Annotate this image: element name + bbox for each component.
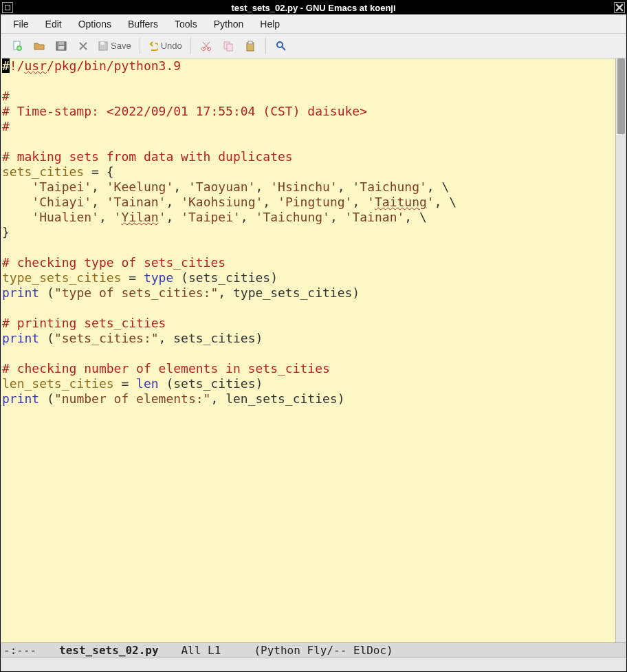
new-file-button[interactable]: [6, 36, 28, 56]
copy-icon: [223, 41, 234, 52]
menu-tools[interactable]: Tools: [166, 16, 206, 32]
menu-file[interactable]: File: [5, 16, 37, 32]
svg-point-13: [277, 42, 283, 47]
menubar: File Edit Options Buffers Tools Python H…: [1, 14, 626, 34]
menu-help[interactable]: Help: [252, 16, 288, 32]
menu-python[interactable]: Python: [206, 16, 252, 32]
minibuffer[interactable]: [1, 658, 626, 671]
svg-rect-4: [58, 46, 64, 50]
scissors-icon: [201, 41, 212, 52]
window-title: test_sets_02.py - GNU Emacs at koenji: [231, 3, 395, 13]
menu-edit[interactable]: Edit: [37, 16, 70, 32]
menu-buffers[interactable]: Buffers: [120, 16, 166, 32]
svg-rect-3: [58, 42, 64, 45]
disk-icon: [55, 40, 67, 52]
modeline-mode: (Python Fly/-- ElDoc): [254, 644, 393, 657]
save-icon: [98, 41, 108, 51]
new-file-icon: [12, 41, 23, 52]
modeline-status: -:---: [3, 644, 36, 657]
titlebar: test_sets_02.py - GNU Emacs at koenji: [1, 1, 626, 14]
code-text[interactable]: #!/usr/pkg/bin/python3.9 # # Time-stamp:…: [1, 58, 626, 407]
save-button[interactable]: Save: [94, 36, 135, 56]
close-window-icon[interactable]: [614, 2, 625, 13]
x-icon: [78, 41, 88, 51]
paste-button[interactable]: [239, 36, 261, 56]
modeline-position: All L1: [181, 644, 221, 657]
cut-button[interactable]: [195, 36, 217, 56]
svg-rect-6: [100, 42, 104, 45]
window-menu-icon[interactable]: [2, 2, 13, 13]
paste-icon: [245, 41, 256, 52]
undo-label: Undo: [161, 41, 182, 51]
scrollbar[interactable]: [615, 58, 626, 642]
undo-icon: [148, 41, 158, 51]
svg-rect-12: [248, 41, 252, 44]
modeline-buffer: test_sets_02.py: [59, 644, 159, 657]
open-file-button[interactable]: [28, 36, 50, 56]
toolbar-separator: [265, 38, 266, 54]
svg-rect-10: [227, 44, 232, 51]
copy-button[interactable]: [217, 36, 239, 56]
undo-button[interactable]: Undo: [144, 36, 186, 56]
emacs-window: test_sets_02.py - GNU Emacs at koenji Fi…: [0, 0, 627, 672]
open-disk-button[interactable]: [50, 36, 72, 56]
scrollbar-thumb[interactable]: [617, 58, 625, 134]
toolbar: Save Undo: [1, 34, 626, 58]
editor-area[interactable]: #!/usr/pkg/bin/python3.9 # # Time-stamp:…: [1, 58, 626, 642]
search-button[interactable]: [270, 36, 292, 56]
close-button[interactable]: [72, 36, 94, 56]
menu-options[interactable]: Options: [70, 16, 120, 32]
toolbar-separator: [140, 38, 140, 54]
search-icon: [276, 41, 287, 52]
save-label: Save: [111, 41, 131, 51]
toolbar-separator: [190, 38, 191, 54]
modeline[interactable]: -:--- test_sets_02.py All L1 (Python Fly…: [1, 642, 626, 658]
folder-icon: [34, 41, 45, 52]
